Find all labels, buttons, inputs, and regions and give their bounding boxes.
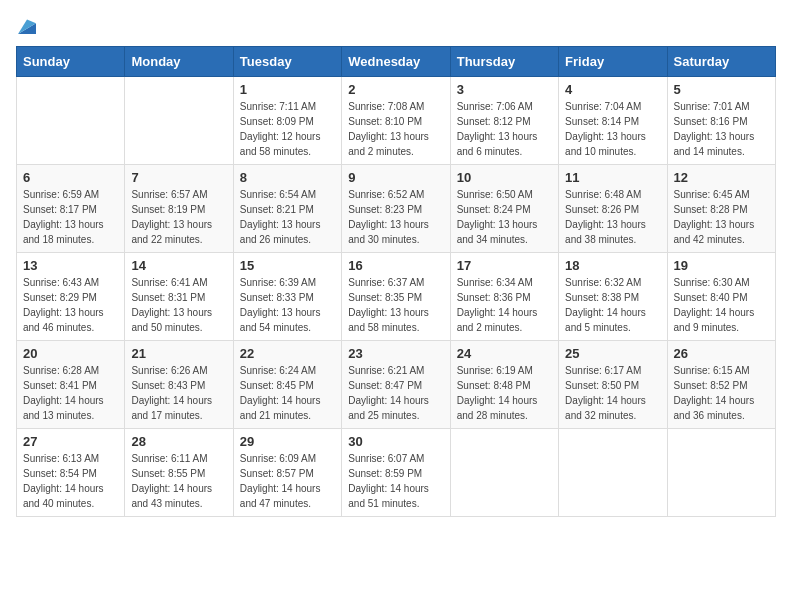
day-info: Sunrise: 6:21 AM Sunset: 8:47 PM Dayligh… xyxy=(348,363,443,423)
logo xyxy=(16,16,36,34)
calendar-cell: 16Sunrise: 6:37 AM Sunset: 8:35 PM Dayli… xyxy=(342,253,450,341)
day-info: Sunrise: 6:45 AM Sunset: 8:28 PM Dayligh… xyxy=(674,187,769,247)
day-info: Sunrise: 6:32 AM Sunset: 8:38 PM Dayligh… xyxy=(565,275,660,335)
calendar-cell xyxy=(667,429,775,517)
day-info: Sunrise: 6:13 AM Sunset: 8:54 PM Dayligh… xyxy=(23,451,118,511)
calendar-cell: 4Sunrise: 7:04 AM Sunset: 8:14 PM Daylig… xyxy=(559,77,667,165)
day-info: Sunrise: 6:17 AM Sunset: 8:50 PM Dayligh… xyxy=(565,363,660,423)
calendar-cell: 15Sunrise: 6:39 AM Sunset: 8:33 PM Dayli… xyxy=(233,253,341,341)
calendar-cell: 19Sunrise: 6:30 AM Sunset: 8:40 PM Dayli… xyxy=(667,253,775,341)
calendar-cell: 12Sunrise: 6:45 AM Sunset: 8:28 PM Dayli… xyxy=(667,165,775,253)
calendar-cell xyxy=(17,77,125,165)
day-info: Sunrise: 7:08 AM Sunset: 8:10 PM Dayligh… xyxy=(348,99,443,159)
day-number: 10 xyxy=(457,170,552,185)
day-info: Sunrise: 7:04 AM Sunset: 8:14 PM Dayligh… xyxy=(565,99,660,159)
day-info: Sunrise: 6:09 AM Sunset: 8:57 PM Dayligh… xyxy=(240,451,335,511)
day-info: Sunrise: 6:57 AM Sunset: 8:19 PM Dayligh… xyxy=(131,187,226,247)
day-number: 29 xyxy=(240,434,335,449)
col-header-monday: Monday xyxy=(125,47,233,77)
day-info: Sunrise: 6:41 AM Sunset: 8:31 PM Dayligh… xyxy=(131,275,226,335)
calendar-cell: 30Sunrise: 6:07 AM Sunset: 8:59 PM Dayli… xyxy=(342,429,450,517)
calendar-cell xyxy=(125,77,233,165)
col-header-friday: Friday xyxy=(559,47,667,77)
day-number: 16 xyxy=(348,258,443,273)
day-info: Sunrise: 6:54 AM Sunset: 8:21 PM Dayligh… xyxy=(240,187,335,247)
day-info: Sunrise: 6:43 AM Sunset: 8:29 PM Dayligh… xyxy=(23,275,118,335)
logo-icon xyxy=(18,16,36,34)
calendar-cell: 3Sunrise: 7:06 AM Sunset: 8:12 PM Daylig… xyxy=(450,77,558,165)
day-info: Sunrise: 7:11 AM Sunset: 8:09 PM Dayligh… xyxy=(240,99,335,159)
day-number: 2 xyxy=(348,82,443,97)
day-number: 26 xyxy=(674,346,769,361)
day-info: Sunrise: 6:26 AM Sunset: 8:43 PM Dayligh… xyxy=(131,363,226,423)
day-number: 4 xyxy=(565,82,660,97)
calendar-cell: 22Sunrise: 6:24 AM Sunset: 8:45 PM Dayli… xyxy=(233,341,341,429)
day-info: Sunrise: 6:52 AM Sunset: 8:23 PM Dayligh… xyxy=(348,187,443,247)
day-info: Sunrise: 6:11 AM Sunset: 8:55 PM Dayligh… xyxy=(131,451,226,511)
calendar-cell: 29Sunrise: 6:09 AM Sunset: 8:57 PM Dayli… xyxy=(233,429,341,517)
day-number: 28 xyxy=(131,434,226,449)
day-number: 22 xyxy=(240,346,335,361)
day-info: Sunrise: 6:30 AM Sunset: 8:40 PM Dayligh… xyxy=(674,275,769,335)
calendar-cell: 20Sunrise: 6:28 AM Sunset: 8:41 PM Dayli… xyxy=(17,341,125,429)
day-number: 30 xyxy=(348,434,443,449)
day-info: Sunrise: 6:34 AM Sunset: 8:36 PM Dayligh… xyxy=(457,275,552,335)
day-number: 13 xyxy=(23,258,118,273)
calendar-cell xyxy=(559,429,667,517)
day-info: Sunrise: 6:50 AM Sunset: 8:24 PM Dayligh… xyxy=(457,187,552,247)
day-number: 11 xyxy=(565,170,660,185)
col-header-thursday: Thursday xyxy=(450,47,558,77)
calendar-cell: 6Sunrise: 6:59 AM Sunset: 8:17 PM Daylig… xyxy=(17,165,125,253)
col-header-tuesday: Tuesday xyxy=(233,47,341,77)
calendar-cell xyxy=(450,429,558,517)
col-header-sunday: Sunday xyxy=(17,47,125,77)
day-info: Sunrise: 6:39 AM Sunset: 8:33 PM Dayligh… xyxy=(240,275,335,335)
day-number: 25 xyxy=(565,346,660,361)
calendar-cell: 2Sunrise: 7:08 AM Sunset: 8:10 PM Daylig… xyxy=(342,77,450,165)
day-number: 27 xyxy=(23,434,118,449)
day-info: Sunrise: 6:24 AM Sunset: 8:45 PM Dayligh… xyxy=(240,363,335,423)
day-info: Sunrise: 6:07 AM Sunset: 8:59 PM Dayligh… xyxy=(348,451,443,511)
day-number: 5 xyxy=(674,82,769,97)
day-number: 3 xyxy=(457,82,552,97)
day-number: 9 xyxy=(348,170,443,185)
calendar-cell: 24Sunrise: 6:19 AM Sunset: 8:48 PM Dayli… xyxy=(450,341,558,429)
calendar-cell: 18Sunrise: 6:32 AM Sunset: 8:38 PM Dayli… xyxy=(559,253,667,341)
day-info: Sunrise: 6:15 AM Sunset: 8:52 PM Dayligh… xyxy=(674,363,769,423)
calendar-cell: 8Sunrise: 6:54 AM Sunset: 8:21 PM Daylig… xyxy=(233,165,341,253)
day-info: Sunrise: 6:28 AM Sunset: 8:41 PM Dayligh… xyxy=(23,363,118,423)
day-number: 17 xyxy=(457,258,552,273)
calendar-cell: 11Sunrise: 6:48 AM Sunset: 8:26 PM Dayli… xyxy=(559,165,667,253)
calendar-cell: 1Sunrise: 7:11 AM Sunset: 8:09 PM Daylig… xyxy=(233,77,341,165)
calendar-cell: 5Sunrise: 7:01 AM Sunset: 8:16 PM Daylig… xyxy=(667,77,775,165)
calendar-cell: 7Sunrise: 6:57 AM Sunset: 8:19 PM Daylig… xyxy=(125,165,233,253)
page-header xyxy=(16,16,776,34)
day-number: 20 xyxy=(23,346,118,361)
day-info: Sunrise: 6:48 AM Sunset: 8:26 PM Dayligh… xyxy=(565,187,660,247)
calendar-cell: 17Sunrise: 6:34 AM Sunset: 8:36 PM Dayli… xyxy=(450,253,558,341)
day-number: 21 xyxy=(131,346,226,361)
day-info: Sunrise: 7:01 AM Sunset: 8:16 PM Dayligh… xyxy=(674,99,769,159)
day-number: 23 xyxy=(348,346,443,361)
day-number: 6 xyxy=(23,170,118,185)
day-number: 14 xyxy=(131,258,226,273)
day-number: 15 xyxy=(240,258,335,273)
calendar-cell: 21Sunrise: 6:26 AM Sunset: 8:43 PM Dayli… xyxy=(125,341,233,429)
day-info: Sunrise: 6:59 AM Sunset: 8:17 PM Dayligh… xyxy=(23,187,118,247)
calendar-cell: 25Sunrise: 6:17 AM Sunset: 8:50 PM Dayli… xyxy=(559,341,667,429)
calendar-table: SundayMondayTuesdayWednesdayThursdayFrid… xyxy=(16,46,776,517)
calendar-cell: 10Sunrise: 6:50 AM Sunset: 8:24 PM Dayli… xyxy=(450,165,558,253)
day-number: 1 xyxy=(240,82,335,97)
day-number: 8 xyxy=(240,170,335,185)
calendar-cell: 27Sunrise: 6:13 AM Sunset: 8:54 PM Dayli… xyxy=(17,429,125,517)
calendar-cell: 26Sunrise: 6:15 AM Sunset: 8:52 PM Dayli… xyxy=(667,341,775,429)
day-number: 24 xyxy=(457,346,552,361)
col-header-saturday: Saturday xyxy=(667,47,775,77)
day-info: Sunrise: 6:37 AM Sunset: 8:35 PM Dayligh… xyxy=(348,275,443,335)
calendar-cell: 23Sunrise: 6:21 AM Sunset: 8:47 PM Dayli… xyxy=(342,341,450,429)
day-number: 7 xyxy=(131,170,226,185)
calendar-cell: 9Sunrise: 6:52 AM Sunset: 8:23 PM Daylig… xyxy=(342,165,450,253)
day-info: Sunrise: 6:19 AM Sunset: 8:48 PM Dayligh… xyxy=(457,363,552,423)
col-header-wednesday: Wednesday xyxy=(342,47,450,77)
day-number: 12 xyxy=(674,170,769,185)
